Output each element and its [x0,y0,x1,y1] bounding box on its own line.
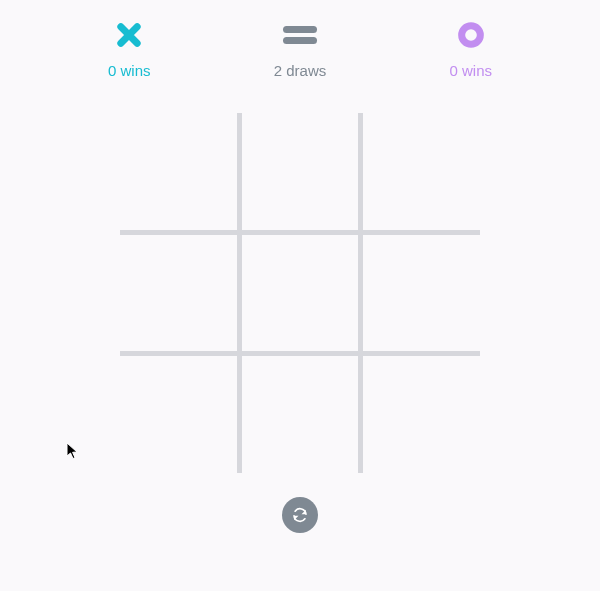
game-container: 0 wins 2 draws 0 wins [0,0,600,533]
reset-button[interactable] [282,497,318,533]
score-label-o: 0 wins [449,62,492,79]
cell-0-2[interactable] [363,113,480,230]
cell-2-0[interactable] [120,356,237,473]
svg-rect-1 [283,37,317,44]
score-label-draw: 2 draws [274,62,327,79]
svg-rect-0 [283,26,317,33]
cell-1-1[interactable] [242,235,359,352]
score-col-draw: 2 draws [274,20,327,79]
score-label-x: 0 wins [108,62,151,79]
cell-1-0[interactable] [120,235,237,352]
score-col-o: 0 wins [449,20,492,79]
score-col-x: 0 wins [108,20,151,79]
cell-0-1[interactable] [242,113,359,230]
cell-2-2[interactable] [363,356,480,473]
cell-0-0[interactable] [120,113,237,230]
svg-point-2 [461,26,480,45]
x-icon [115,20,143,50]
cell-2-1[interactable] [242,356,359,473]
refresh-icon [291,506,309,524]
draw-icon [279,20,321,50]
cell-1-2[interactable] [363,235,480,352]
score-row: 0 wins 2 draws 0 wins [80,20,520,79]
game-board [120,113,480,473]
o-icon [457,20,485,50]
